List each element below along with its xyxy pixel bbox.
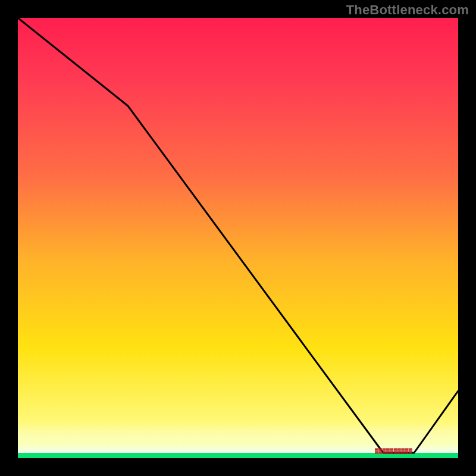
chart-frame: TheBottleneck.com ▓▓▓▓▓▓▓▓▓▓ [0, 0, 476, 476]
bottleneck-curve [18, 18, 458, 458]
curve-path [18, 18, 458, 453]
minimum-marker-label: ▓▓▓▓▓▓▓▓▓▓ [375, 448, 412, 453]
attribution-text: TheBottleneck.com [346, 2, 469, 18]
plot-area: ▓▓▓▓▓▓▓▓▓▓ [18, 18, 458, 458]
